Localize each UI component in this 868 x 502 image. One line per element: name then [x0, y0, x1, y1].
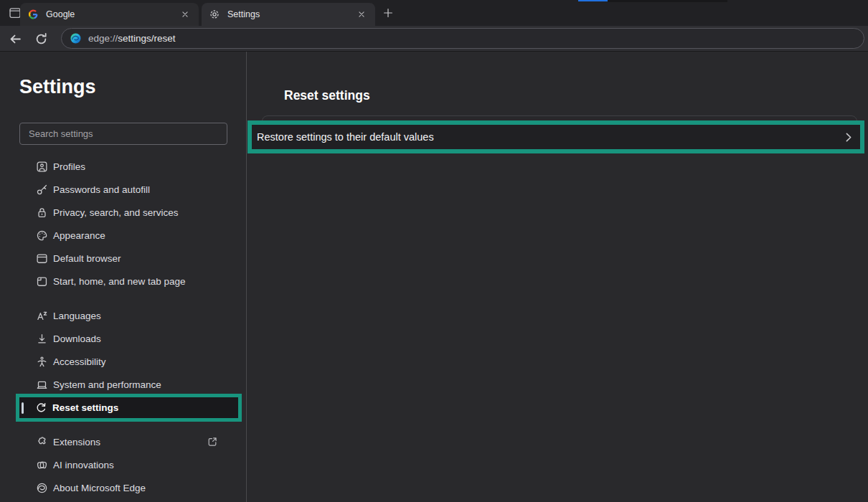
sidebar-item-privacy[interactable]: Privacy, search, and services	[0, 201, 246, 224]
back-button[interactable]	[7, 31, 23, 47]
plus-icon	[382, 7, 394, 19]
gear-favicon	[209, 9, 220, 20]
sidebar-item-profiles[interactable]: Profiles	[0, 155, 246, 178]
tab-close-icon[interactable]	[355, 8, 368, 21]
selection-indicator	[22, 402, 24, 414]
settings-main-pane: Reset settings Restore settings to their…	[247, 52, 868, 502]
sidebar-item-accessibility[interactable]: Accessibility	[0, 350, 246, 373]
download-icon	[36, 333, 48, 345]
edge-logo-icon	[70, 32, 82, 44]
sidebar-item-label: Downloads	[53, 333, 101, 344]
google-favicon	[27, 9, 39, 20]
address-bar[interactable]: edge://settings/reset	[61, 28, 864, 49]
reset-icon	[35, 402, 47, 414]
toolbar: edge://settings/reset	[0, 26, 868, 52]
external-link-icon	[206, 435, 219, 448]
chevron-right-icon	[841, 131, 854, 143]
sidebar-item-languages[interactable]: Languages	[0, 304, 246, 327]
sidebar-item-about-edge[interactable]: About Microsoft Edge	[0, 476, 246, 499]
translate-icon	[36, 310, 48, 322]
top-blue-bar	[578, 0, 608, 1]
sidebar-item-label: Appearance	[53, 230, 105, 241]
sidebar-item-label: Passwords and autofill	[53, 184, 150, 195]
settings-sidebar: Settings Profiles Passwords and autofill	[0, 52, 247, 502]
palette-icon	[36, 229, 48, 242]
sidebar-item-reset-settings-highlighted[interactable]: Reset settings	[16, 394, 242, 422]
sidebar-item-label: Start, home, and new tab page	[53, 276, 186, 287]
search-settings-input[interactable]	[19, 123, 227, 145]
sidebar-item-label: System and performance	[53, 379, 161, 390]
sidebar-item-appearance[interactable]: Appearance	[0, 224, 246, 247]
page-title: Reset settings	[284, 88, 370, 103]
url-path: settings/reset	[118, 33, 175, 44]
tab-strip: Google Settings	[0, 0, 868, 26]
sidebar-group-2: Languages Downloads Accessibility	[0, 304, 246, 396]
sidebar-item-label: Accessibility	[53, 356, 106, 367]
sidebar-item-ai-innovations[interactable]: AI innovations	[0, 453, 246, 476]
tab-settings[interactable]: Settings	[202, 3, 375, 26]
sidebar-item-label: Languages	[53, 311, 101, 321]
url-text: edge://settings/reset	[88, 33, 176, 44]
sidebar-item-label: Reset settings	[52, 402, 118, 413]
new-tab-button[interactable]	[380, 5, 396, 21]
sidebar-item-extensions[interactable]: Extensions	[0, 430, 246, 453]
tab-close-icon[interactable]	[179, 8, 192, 21]
back-arrow-icon	[9, 32, 22, 46]
key-icon	[36, 184, 48, 196]
restore-settings-label: Restore settings to their default values	[257, 131, 434, 143]
sidebar-item-label: Privacy, search, and services	[53, 207, 179, 218]
browser-window: Google Settings	[0, 0, 868, 502]
laptop-icon	[36, 379, 48, 391]
copilot-icon	[36, 459, 48, 471]
tab-title: Settings	[227, 9, 355, 19]
restore-settings-row-highlighted[interactable]: Restore settings to their default values	[247, 120, 864, 153]
sidebar-item-passwords[interactable]: Passwords and autofill	[0, 178, 246, 201]
sidebar-item-label: About Microsoft Edge	[53, 483, 146, 493]
edge-logo-gray-icon	[36, 482, 48, 494]
tab-title: Google	[46, 9, 179, 19]
sidebar-title: Settings	[19, 76, 96, 98]
sidebar-item-label: Default browser	[53, 253, 121, 264]
reload-icon	[34, 32, 48, 46]
url-scheme: edge://	[88, 33, 118, 44]
sidebar-item-default-browser[interactable]: Default browser	[0, 247, 246, 270]
sidebar-group-3: Extensions AI innovations	[0, 430, 246, 499]
sidebar-item-system-performance[interactable]: System and performance	[0, 373, 246, 396]
profiles-icon	[36, 161, 48, 173]
top-dark-notch	[608, 0, 727, 2]
sidebar-item-downloads[interactable]: Downloads	[0, 327, 246, 350]
browser-window-icon	[36, 252, 48, 265]
sidebar-item-label: Profiles	[53, 161, 85, 172]
puzzle-icon	[36, 436, 48, 448]
sidebar-item-start-home[interactable]: Start, home, and new tab page	[0, 270, 246, 293]
reload-button[interactable]	[33, 31, 49, 47]
sidebar-item-label: AI innovations	[53, 460, 114, 470]
start-page-icon	[36, 275, 48, 288]
accessibility-icon	[36, 356, 48, 368]
sidebar-group-1: Profiles Passwords and autofill Privacy,…	[0, 155, 246, 293]
tab-google[interactable]: Google	[20, 3, 199, 26]
lock-icon	[36, 207, 48, 219]
sidebar-item-label: Extensions	[53, 437, 100, 447]
